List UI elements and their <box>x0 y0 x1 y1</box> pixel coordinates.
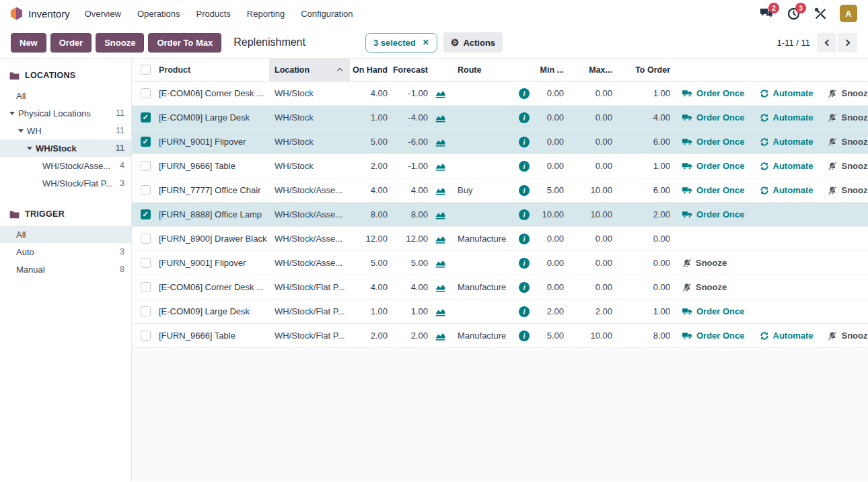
user-avatar[interactable]: A <box>840 5 857 22</box>
sidebar-item-manual[interactable]: Manual 8 <box>0 261 131 278</box>
info-icon[interactable]: i <box>519 185 530 196</box>
sidebar-item-physical-locations[interactable]: Physical Locations 11 <box>0 104 131 122</box>
sidebar-item-wh-stock[interactable]: WH/Stock 11 <box>0 139 131 157</box>
forecast-graph-cell[interactable] <box>428 112 452 123</box>
header-min[interactable]: Min ... <box>534 65 564 75</box>
row-checkbox[interactable] <box>141 331 151 341</box>
forecast-graph-icon[interactable] <box>435 88 446 98</box>
order-once-button[interactable]: Order Once <box>682 88 745 98</box>
messages-icon[interactable]: 2 <box>759 6 774 21</box>
nav-menu-products[interactable]: Products <box>196 9 230 19</box>
row-checkbox[interactable] <box>141 282 151 292</box>
forecast-graph-cell[interactable] <box>428 306 452 316</box>
info-icon[interactable]: i <box>519 234 530 244</box>
forecast-graph-cell[interactable] <box>428 234 452 244</box>
forecast-graph-icon[interactable] <box>435 258 446 268</box>
sidebar-item-auto[interactable]: Auto 3 <box>0 243 131 261</box>
table-row[interactable]: [FURN_8900] Drawer Black WH/Stock/Asse..… <box>132 227 868 251</box>
new-button[interactable]: New <box>11 33 46 53</box>
sidebar-item-wh-stock-asse[interactable]: WH/Stock/Asse... 4 <box>0 157 131 174</box>
header-to-order[interactable]: To Order <box>612 65 670 75</box>
table-row[interactable]: ✓ [E-COM09] Large Desk WH/Stock 1.00 -4.… <box>132 106 868 130</box>
snooze-button[interactable]: Snooze <box>828 331 868 341</box>
pager-previous-button[interactable] <box>817 33 836 53</box>
forecast-graph-icon[interactable] <box>435 234 446 244</box>
forecast-graph-cell[interactable] <box>428 137 452 147</box>
header-location[interactable]: Location <box>269 59 350 81</box>
forecast-graph-icon[interactable] <box>435 161 446 171</box>
automate-button[interactable]: Automate <box>760 88 813 98</box>
table-row[interactable]: [E-COM09] Large Desk WH/Stock/Flat P... … <box>132 300 868 324</box>
row-checkbox[interactable] <box>141 185 151 195</box>
snooze-button[interactable]: Snooze <box>828 112 868 123</box>
nav-menu-reporting[interactable]: Reporting <box>247 9 285 19</box>
automate-button[interactable]: Automate <box>760 137 813 147</box>
select-all-checkbox[interactable] <box>141 65 151 75</box>
order-to-max-button[interactable]: Order To Max <box>148 33 221 53</box>
forecast-graph-icon[interactable] <box>435 185 446 195</box>
header-route[interactable]: Route <box>452 65 514 75</box>
snooze-button[interactable]: Snooze <box>828 137 868 147</box>
row-checkbox[interactable] <box>141 161 151 171</box>
order-once-button[interactable]: Order Once <box>682 331 745 341</box>
sidebar-item-all[interactable]: All <box>0 226 131 243</box>
forecast-graph-cell[interactable] <box>428 161 452 171</box>
clear-selection-icon[interactable]: ✕ <box>423 38 429 47</box>
forecast-graph-cell[interactable] <box>428 88 452 98</box>
snooze-button[interactable]: Snooze <box>682 258 727 268</box>
info-icon[interactable]: i <box>519 88 530 99</box>
order-once-button[interactable]: Order Once <box>682 209 745 219</box>
forecast-graph-cell[interactable] <box>428 331 452 341</box>
forecast-graph-cell[interactable] <box>428 209 452 219</box>
table-row[interactable]: [E-COM06] Corner Desk ... WH/Stock/Flat … <box>132 275 868 300</box>
row-checkbox[interactable] <box>141 234 151 244</box>
info-icon[interactable]: i <box>519 331 530 341</box>
info-icon[interactable]: i <box>519 306 530 317</box>
forecast-graph-icon[interactable] <box>435 331 446 341</box>
order-once-button[interactable]: Order Once <box>682 137 745 147</box>
pager-next-button[interactable] <box>838 33 857 53</box>
table-row[interactable]: [FURN_9666] Table WH/Stock 2.00 -1.00 i … <box>132 154 868 178</box>
row-checkbox[interactable] <box>141 88 151 98</box>
forecast-graph-icon[interactable] <box>435 209 446 219</box>
table-row[interactable]: [FURN_9666] Table WH/Stock/Flat P... 2.0… <box>132 324 868 348</box>
table-row[interactable]: ✓ [FURN_9001] Flipover WH/Stock 5.00 -6.… <box>132 130 868 154</box>
automate-button[interactable]: Automate <box>760 161 813 171</box>
header-product[interactable]: Product <box>159 65 269 75</box>
forecast-graph-icon[interactable] <box>435 137 446 147</box>
forecast-graph-icon[interactable] <box>435 282 446 292</box>
table-row[interactable]: [E-COM06] Corner Desk ... WH/Stock 4.00 … <box>132 81 868 106</box>
table-row[interactable]: ✓ [FURN_8888] Office Lamp WH/Stock/Asse.… <box>132 203 868 227</box>
row-checkbox[interactable] <box>141 258 151 268</box>
row-checkbox[interactable]: ✓ <box>141 209 151 219</box>
info-icon[interactable]: i <box>519 112 530 123</box>
snooze-button[interactable]: Snooze <box>682 282 727 292</box>
tools-icon[interactable] <box>813 6 828 21</box>
info-icon[interactable]: i <box>519 137 530 147</box>
order-once-button[interactable]: Order Once <box>682 306 745 316</box>
row-checkbox[interactable]: ✓ <box>141 112 151 123</box>
forecast-graph-cell[interactable] <box>428 258 452 268</box>
inventory-app-icon[interactable] <box>11 7 22 20</box>
forecast-graph-icon[interactable] <box>435 112 446 123</box>
activities-icon[interactable]: 3 <box>786 6 801 21</box>
header-on-hand[interactable]: On Hand <box>350 65 388 75</box>
forecast-graph-icon[interactable] <box>435 306 446 316</box>
table-row[interactable]: [FURN_9001] Flipover WH/Stock/Asse... 5.… <box>132 251 868 275</box>
table-row[interactable]: [FURN_7777] Office Chair WH/Stock/Asse..… <box>132 178 868 203</box>
header-forecast[interactable]: Forecast <box>388 65 428 75</box>
forecast-graph-cell[interactable] <box>428 282 452 292</box>
row-checkbox[interactable] <box>141 306 151 316</box>
snooze-button[interactable]: Snooze <box>828 161 868 171</box>
header-max[interactable]: Max... <box>564 65 612 75</box>
sidebar-item-all[interactable]: All <box>0 87 131 104</box>
app-name[interactable]: Inventory <box>28 8 70 20</box>
snooze-button[interactable]: Snooze <box>96 33 144 53</box>
forecast-graph-cell[interactable] <box>428 185 452 195</box>
info-icon[interactable]: i <box>519 258 530 269</box>
info-icon[interactable]: i <box>519 161 530 172</box>
row-checkbox[interactable]: ✓ <box>141 137 151 147</box>
order-button[interactable]: Order <box>50 33 92 53</box>
info-icon[interactable]: i <box>519 209 530 220</box>
info-icon[interactable]: i <box>519 282 530 293</box>
